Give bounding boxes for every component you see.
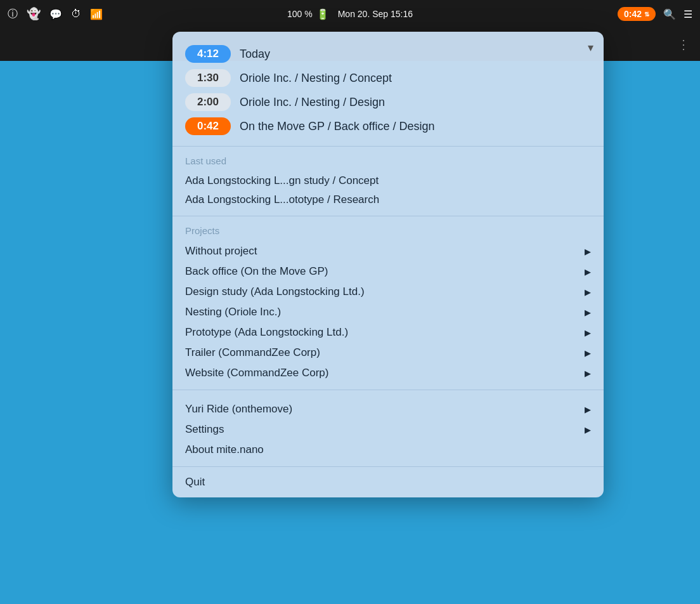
project-row-trailer[interactable]: Trailer (CommandZee Corp) ▶ [185,343,591,363]
info-icon[interactable]: ⓘ [8,8,18,21]
last-used-item-1[interactable]: Ada Longstocking L...ototype / Research [185,190,591,209]
last-used-header: Last used [185,155,591,166]
project-row-prototype[interactable]: Prototype (Ada Longstocking Ltd.) ▶ [185,322,591,343]
timer-row-2[interactable]: 2:00 Oriole Inc. / Nesting / Design [185,90,591,114]
timer-row-3[interactable]: 0:42 On the Move GP / Back office / Desi… [185,114,591,138]
battery-text: 100 % [287,9,313,19]
chevron-down-icon: ▾ [588,41,593,54]
project-name-designstudy: Design study (Ada Longstocking Ltd.) [185,286,365,298]
project-name-website: Website (CommandZee Corp) [185,367,328,379]
project-name-nesting: Nesting (Oriole Inc.) [185,306,281,318]
bottom-arrow-settings: ▶ [585,425,591,435]
timer-label-3: On the Move GP / Back office / Design [240,120,435,133]
project-row-backoffice[interactable]: Back office (On the Move GP) ▶ [185,261,591,282]
bottom-arrow-yuri: ▶ [585,405,591,414]
bottom-label-yuri: Yuri Ride (onthemove) [185,403,292,416]
project-row-nesting[interactable]: Nesting (Oriole Inc.) ▶ [185,302,591,322]
projects-section: Projects Without project ▶ Back office (… [172,216,604,390]
bottom-section: Yuri Ride (onthemove) ▶ Settings ▶ About… [172,390,604,467]
menubar: ⓘ 👻 💬 ⏱ 📶 100 % 🔋 Mon 20. Sep 15:16 0:42… [0,0,700,28]
project-arrow-nesting: ▶ [585,308,591,317]
search-icon[interactable]: 🔍 [663,8,676,20]
wifi-icon[interactable]: 📶 [90,8,103,20]
timer-arrows-icon: ⇅ [644,11,649,18]
active-timer-badge[interactable]: 0:42 ⇅ [618,7,656,21]
active-timer-value: 0:42 [624,9,642,19]
quit-button[interactable]: Quit [185,476,205,488]
more-options-icon[interactable]: ⋮ [677,37,690,52]
timer-label-1: Oriole Inc. / Nesting / Concept [240,72,392,85]
last-used-item-0[interactable]: Ada Longstocking L...gn study / Concept [185,171,591,190]
battery-icon: 🔋 [316,8,329,20]
project-name-trailer: Trailer (CommandZee Corp) [185,346,320,359]
timer-row-today[interactable]: 4:12 Today [185,42,591,66]
timer-label-2: Oriole Inc. / Nesting / Design [240,96,385,109]
menu-icon[interactable]: ☰ [684,8,692,20]
project-row-without[interactable]: Without project ▶ [185,241,591,261]
bottom-row-about[interactable]: About mite.nano [185,440,591,460]
dropdown-chevron[interactable]: ▾ [588,41,593,55]
bottom-row-settings[interactable]: Settings ▶ [185,419,591,440]
project-name-prototype: Prototype (Ada Longstocking Ltd.) [185,326,348,339]
projects-header: Projects [185,225,591,236]
timer-row-1[interactable]: 1:30 Oriole Inc. / Nesting / Concept [185,66,591,90]
timer-label-today: Today [240,48,270,61]
bottom-label-settings: Settings [185,423,224,436]
menubar-right: 0:42 ⇅ 🔍 ☰ [618,7,692,21]
timer-entries-section: 4:12 Today 1:30 Oriole Inc. / Nesting / … [172,32,604,147]
time-pill-3: 0:42 [185,117,231,135]
time-pill-today: 4:12 [185,45,231,63]
project-name-without: Without project [185,245,257,258]
project-arrow-prototype: ▶ [585,328,591,338]
bottom-label-about: About mite.nano [185,443,264,456]
menubar-center: 100 % 🔋 Mon 20. Sep 15:16 [287,8,413,20]
datetime: Mon 20. Sep 15:16 [338,9,413,19]
project-arrow-trailer: ▶ [585,348,591,358]
last-used-section: Last used Ada Longstocking L...gn study … [172,147,604,216]
chat-icon[interactable]: 💬 [49,8,62,20]
time-pill-2: 2:00 [185,93,231,111]
dropdown-menu: ▾ 4:12 Today 1:30 Oriole Inc. / Nesting … [172,32,604,497]
project-name-backoffice: Back office (On the Move GP) [185,265,328,278]
ghost-icon[interactable]: 👻 [27,7,41,21]
project-arrow-backoffice: ▶ [585,267,591,277]
history-icon[interactable]: ⏱ [71,8,81,20]
project-row-designstudy[interactable]: Design study (Ada Longstocking Ltd.) ▶ [185,282,591,302]
bottom-row-yuri[interactable]: Yuri Ride (onthemove) ▶ [185,399,591,419]
quit-section: Quit [172,467,604,497]
project-row-website[interactable]: Website (CommandZee Corp) ▶ [185,363,591,383]
project-arrow-website: ▶ [585,369,591,378]
time-pill-1: 1:30 [185,69,231,87]
project-arrow-designstudy: ▶ [585,287,591,297]
project-arrow-without: ▶ [585,247,591,256]
